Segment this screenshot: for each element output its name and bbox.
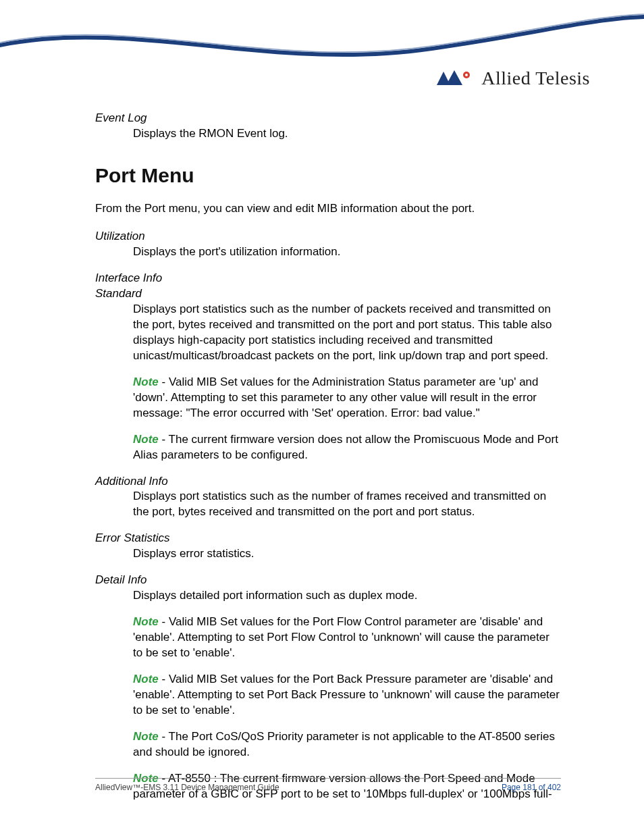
interface-info-subterm: Standard — [95, 286, 561, 302]
note-label: Note — [133, 433, 159, 446]
error-stats-term: Error Statistics — [95, 531, 561, 546]
page-content: Event Log Displays the RMON Event log. P… — [95, 100, 561, 802]
note-text: - Valid MIB Set values for the Port Back… — [133, 673, 560, 716]
note-label: Note — [133, 730, 159, 743]
interface-info-note1: Note - Valid MIB Set values for the Admi… — [133, 375, 561, 421]
additional-info-desc: Displays port statistics such as the num… — [133, 489, 561, 520]
detail-info-note1: Note - Valid MIB Set values for the Port… — [133, 615, 561, 661]
note-text: - Valid MIB Set values for the Port Flow… — [133, 615, 549, 659]
interface-info-desc: Displays port statistics such as the num… — [133, 302, 561, 364]
detail-info-note2: Note - Valid MIB Set values for the Port… — [133, 672, 561, 719]
brand-block: Allied Telesis — [434, 68, 590, 89]
interface-info-note2: Note - The current firmware version does… — [133, 432, 561, 463]
interface-info-term: Interface Info — [95, 271, 561, 286]
error-stats-desc: Displays error statistics. — [133, 546, 561, 562]
note-label: Note — [133, 673, 159, 685]
note-text: - The current firmware version does not … — [133, 433, 558, 461]
detail-info-note3: Note - The Port CoS/QoS Priority paramet… — [133, 729, 561, 760]
svg-point-3 — [465, 74, 468, 76]
brand-logo-icon — [434, 69, 475, 88]
port-menu-intro: From the Port menu, you can view and edi… — [95, 201, 561, 217]
footer-doc-title: AlliedView™-EMS 3.11 Device Management G… — [95, 783, 279, 792]
detail-info-desc: Displays detailed port information such … — [133, 588, 561, 604]
note-text: - Valid MIB Set values for the Administr… — [133, 375, 539, 419]
brand-name: Allied Telesis — [481, 68, 590, 89]
additional-info-term: Additional Info — [95, 474, 561, 490]
svg-marker-1 — [446, 70, 462, 85]
detail-info-term: Detail Info — [95, 573, 561, 588]
event-log-desc: Displays the RMON Event log. — [133, 126, 561, 142]
event-log-term: Event Log — [95, 111, 561, 126]
footer-page-number: Page 181 of 402 — [502, 783, 561, 792]
note-label: Note — [133, 375, 159, 388]
note-text: - The Port CoS/QoS Priority parameter is… — [133, 730, 555, 758]
port-menu-title: Port Menu — [95, 162, 561, 190]
page-footer: AlliedView™-EMS 3.11 Device Management G… — [95, 778, 561, 792]
note-label: Note — [133, 615, 159, 628]
utilization-desc: Displays the port's utilization informat… — [133, 244, 561, 260]
utilization-term: Utilization — [95, 229, 561, 244]
